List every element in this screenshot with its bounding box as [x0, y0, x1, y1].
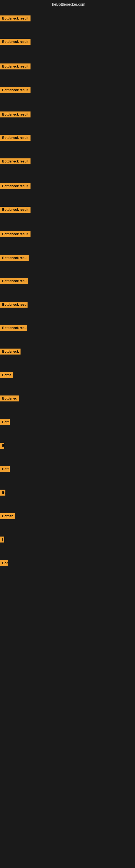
badge-14: Bottleneck resu [0, 325, 27, 332]
badge-label-12: Bottleneck resu [0, 278, 28, 284]
badge-label-22: Bottlen [0, 513, 15, 519]
badge-label-15: Bottleneck [0, 348, 20, 354]
badge-24: Bolt [0, 560, 8, 567]
badge-15: Bottleneck [0, 348, 20, 355]
badge-label-18: Bott [0, 419, 10, 425]
badge-label-4: Bottleneck result [0, 87, 31, 93]
badge-label-5: Bottleneck result [0, 112, 31, 118]
badge-19: B [0, 443, 4, 450]
badge-label-21: Bo [0, 490, 5, 496]
badge-6: Bottleneck result [0, 135, 31, 142]
badge-18: Bott [0, 419, 10, 426]
badge-label-16: Bottle [0, 372, 13, 378]
badge-label-7: Bottleneck result [0, 158, 31, 164]
badge-label-24: Bolt [0, 560, 8, 566]
badge-label-14: Bottleneck resu [0, 325, 27, 331]
badge-label-3: Bottleneck result [0, 63, 31, 69]
badge-label-8: Bottleneck result [0, 183, 31, 189]
badge-label-17: Bottlenec [0, 396, 19, 401]
badge-3: Bottleneck result [0, 63, 31, 70]
badge-label-1: Bottleneck result [0, 16, 31, 22]
badge-17: Bottlenec [0, 396, 19, 403]
badge-10: Bottleneck result [0, 231, 31, 238]
badge-9: Bottleneck result [0, 207, 31, 214]
badge-16: Bottle [0, 372, 13, 379]
site-title: TheBottlenecker.com [0, 0, 135, 9]
badge-11: Bottleneck resu [0, 255, 29, 262]
badge-label-2: Bottleneck result [0, 39, 31, 45]
badge-label-19: B [0, 443, 4, 448]
badge-1: Bottleneck result [0, 16, 31, 23]
badge-label-6: Bottleneck result [0, 135, 31, 141]
badge-7: Bottleneck result [0, 158, 31, 165]
badge-4: Bottleneck result [0, 87, 31, 94]
badge-label-10: Bottleneck result [0, 231, 31, 237]
badge-8: Bottleneck result [0, 183, 31, 190]
badge-22: Bottlen [0, 513, 15, 520]
badge-label-9: Bottleneck result [0, 207, 31, 213]
badge-20: Bott [0, 466, 10, 473]
badge-5: Bottleneck result [0, 112, 31, 119]
badge-label-11: Bottleneck resu [0, 255, 29, 261]
badge-12: Bottleneck resu [0, 278, 28, 285]
badge-label-20: Bott [0, 466, 10, 472]
badge-21: Bo [0, 490, 5, 497]
badge-2: Bottleneck result [0, 39, 31, 46]
badge-label-13: Bottleneck resu [0, 302, 28, 308]
badge-13: Bottleneck resu [0, 302, 28, 309]
badge-label-23: | [0, 536, 4, 542]
badge-23: | [0, 536, 4, 544]
